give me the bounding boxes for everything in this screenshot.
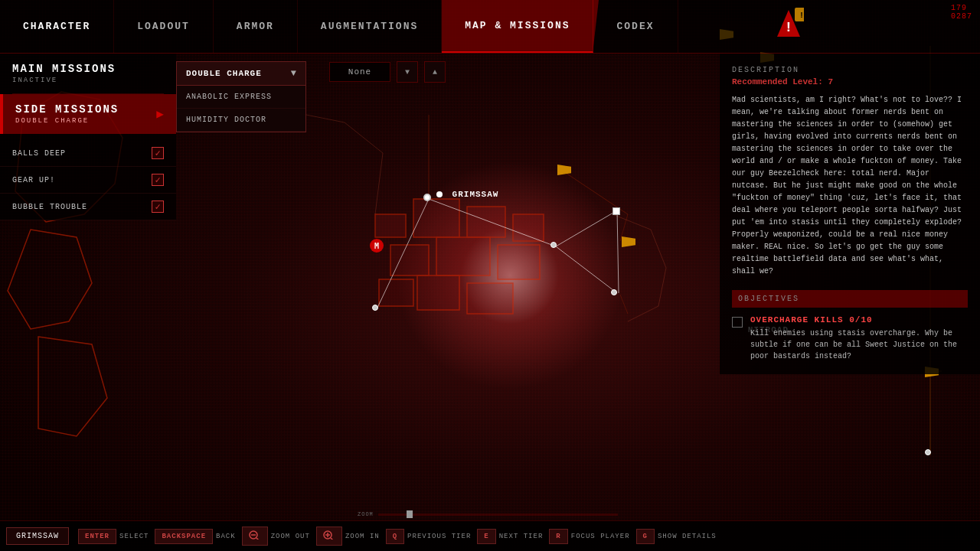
mission-name-bubble-trouble: BUBBLE TROUBLE — [12, 203, 87, 211]
map-marker-circle-2 — [611, 289, 617, 295]
dropdown-item-humidity[interactable]: HUMIDITY DOCTOR — [177, 109, 305, 132]
mission-dropdown[interactable]: DOUBLE CHARGE ▼ ANABOLIC EXPRESS HUMIDIT… — [176, 61, 306, 132]
bottom-location: Grimssaw — [6, 527, 69, 545]
main-missions-title: MAIN MISSIONS — [12, 63, 164, 75]
filter-arrow-down[interactable]: ▼ — [397, 61, 418, 83]
description-text: Mad scientists, am I right? What's not t… — [732, 94, 968, 278]
left-panel: MAIN MISSIONS INACTIVE SIDE MISSIONS DOU… — [0, 54, 176, 220]
right-panel: DESCRIPTION Recommended Level: 7 Mad sci… — [720, 54, 980, 374]
zoom-track[interactable] — [378, 514, 618, 516]
top-navigation: CHARACTER LOADOUT ARMOR AUGMENTATIONS MA… — [0, 0, 980, 54]
arrow-right-icon: ▶ — [156, 106, 164, 122]
filter-current-value: None — [329, 62, 390, 82]
filter-arrow-up[interactable]: ▲ — [424, 61, 446, 83]
dropdown-arrow-icon: ▼ — [291, 68, 296, 79]
svg-line-26 — [256, 538, 260, 540]
btn-backspace-key[interactable]: BACKSPACE — [155, 529, 213, 544]
svg-text:!: ! — [785, 20, 793, 35]
btn-focus-player-label: FOCUS PLAYER — [571, 533, 630, 540]
tab-loadout[interactable]: LOADOUT — [114, 0, 214, 53]
tab-augmentations-label: AUGMENTATIONS — [321, 21, 418, 32]
svg-line-29 — [331, 538, 335, 540]
dropdown-item-anabolic[interactable]: ANABOLIC EXPRESS — [177, 86, 305, 109]
svg-text:!: ! — [799, 11, 804, 20]
tab-character-label: CHARACTER — [23, 21, 90, 32]
btn-enter: ENTER SELECT — [78, 529, 149, 544]
description-title: DESCRIPTION — [732, 66, 968, 74]
side-missions-subtitle: DOUBLE CHARGE — [15, 117, 119, 125]
map-marker-m: M — [370, 239, 384, 253]
tab-map-missions[interactable]: MAP & MISSIONS — [442, 0, 593, 53]
mission-checkbox-bubble-trouble[interactable]: ✓ — [152, 201, 164, 213]
zoom-bar-container: ZOOM — [358, 511, 618, 517]
map-marker-circle-bottom — [925, 449, 931, 455]
mission-item-bubble-trouble[interactable]: BUBBLE TROUBLE ✓ — [0, 194, 176, 220]
btn-next-tier-key[interactable]: E — [477, 529, 495, 544]
btn-show-details-label: SHOW DETAILS — [658, 533, 717, 540]
main-missions-subtitle: INACTIVE — [12, 77, 164, 84]
mission-dropdown-current: DOUBLE CHARGE — [186, 69, 262, 78]
mission-checkbox-gear-up[interactable]: ✓ — [152, 174, 164, 186]
btn-prev-tier: Q PREVIOUS TIER — [386, 529, 472, 544]
btn-enter-label: SELECT — [119, 533, 149, 540]
objectives-title: OBJECTIVES — [732, 290, 968, 308]
map-filter-control: None ▼ ▲ — [329, 61, 446, 83]
btn-show-details-key[interactable]: G — [636, 529, 655, 544]
side-missions-title: SIDE MISSIONS — [15, 103, 119, 116]
tab-armor[interactable]: ARMOR — [214, 0, 298, 53]
tab-augmentations[interactable]: AUGMENTATIONS — [298, 0, 442, 53]
map-marker-grimssaw — [423, 194, 431, 201]
tab-armor-label: ARMOR — [237, 21, 274, 32]
description-level: Recommended Level: 7 — [732, 77, 968, 86]
main-missions-section[interactable]: MAIN MISSIONS INACTIVE — [0, 54, 176, 93]
tab-codex-label: CODEX — [616, 21, 654, 32]
bottom-bar: Grimssaw ENTER SELECT BACKSPACE BACK ZOO… — [0, 520, 980, 551]
btn-zoom-in-icon[interactable] — [316, 527, 342, 546]
map-marker-circle-3 — [372, 305, 378, 311]
coord-y: 0287 — [951, 12, 972, 21]
btn-focus-player-key[interactable]: R — [549, 529, 567, 544]
btn-backspace: BACKSPACE BACK — [155, 529, 235, 544]
btn-zoom-out: ZOOM OUT — [242, 527, 310, 546]
tab-corner-decoration — [593, 0, 599, 54]
btn-prev-tier-key[interactable]: Q — [386, 529, 404, 544]
side-missions-block[interactable]: SIDE MISSIONS DOUBLE CHARGE ▶ — [0, 94, 176, 134]
zoom-label: ZOOM — [358, 511, 374, 517]
map-coordinates: 179 0287 — [951, 4, 972, 21]
map-marker-flag-3 — [557, 165, 571, 175]
objective-desc-0: Kill enemies using stasis overcharge. Wh… — [750, 328, 968, 362]
btn-prev-tier-label: PREVIOUS TIER — [407, 533, 471, 540]
mission-item-gear-up[interactable]: GEAR UP! ✓ — [0, 167, 176, 194]
tab-map-missions-label: MAP & MISSIONS — [465, 20, 570, 31]
mission-dropdown-header[interactable]: DOUBLE CHARGE ▼ — [177, 62, 305, 86]
map-marker-flag-4 — [622, 236, 635, 247]
tab-loadout-label: LOADOUT — [137, 21, 190, 32]
btn-show-details: G SHOW DETAILS — [636, 529, 717, 544]
btn-zoom-in-label: ZOOM IN — [345, 533, 380, 540]
tab-codex[interactable]: CODEX — [593, 0, 678, 53]
objective-item-0: OVERCHARGE KILLS 0/10 Kill enemies using… — [732, 315, 968, 362]
btn-zoom-out-icon[interactable] — [242, 527, 268, 546]
btn-backspace-label: BACK — [216, 533, 236, 540]
btn-focus-player: R FOCUS PLAYER — [549, 529, 629, 544]
map-marker-circle-1 — [550, 242, 557, 248]
btn-zoom-out-label: ZOOM OUT — [271, 533, 310, 540]
mission-list: BALLS DEEP ✓ GEAR UP! ✓ BUBBLE TROUBLE ✓ — [0, 140, 176, 220]
map-marker-square-1 — [612, 207, 620, 215]
objective-checkbox-0[interactable] — [732, 317, 743, 328]
objective-title-0: OVERCHARGE KILLS 0/10 — [750, 315, 968, 324]
mission-item-balls-deep[interactable]: BALLS DEEP ✓ — [0, 140, 176, 167]
mission-name-balls-deep: BALLS DEEP — [12, 149, 66, 158]
mission-checkbox-balls-deep[interactable]: ✓ — [152, 147, 164, 159]
coord-x: 179 — [951, 4, 972, 12]
btn-zoom-in: ZOOM IN — [316, 527, 380, 546]
btn-enter-key[interactable]: ENTER — [78, 529, 116, 544]
btn-next-tier: E NEXT TIER — [477, 529, 543, 544]
alert-icon-area: ! ! — [773, 6, 804, 48]
mission-name-gear-up: GEAR UP! — [12, 176, 55, 184]
btn-next-tier-label: NEXT TIER — [499, 533, 544, 540]
zoom-thumb[interactable] — [407, 510, 413, 518]
tab-character[interactable]: CHARACTER — [0, 0, 114, 53]
